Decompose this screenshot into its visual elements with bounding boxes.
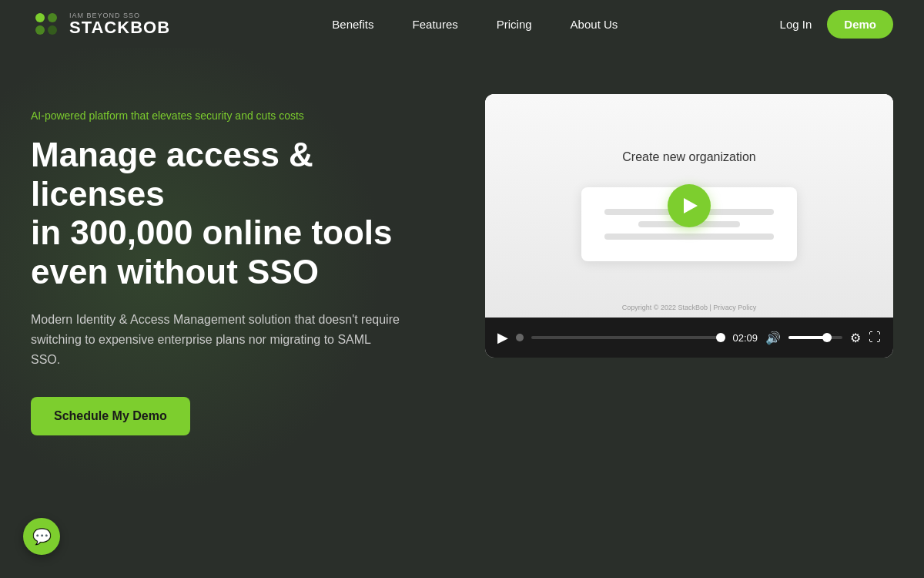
schedule-demo-button[interactable]: Schedule My Demo — [31, 397, 190, 435]
settings-icon[interactable]: ⚙ — [850, 331, 861, 345]
nav-right: Log In Demo — [780, 10, 893, 39]
logo-text: IAM BEYOND SSO STACKBOB — [69, 12, 170, 36]
hero-left: AI-powered platform that elevates securi… — [31, 94, 454, 435]
progress-bar[interactable] — [531, 336, 725, 339]
nav-features[interactable]: Features — [413, 18, 458, 31]
svg-point-0 — [35, 13, 45, 22]
nav-benefits[interactable]: Benefits — [332, 18, 373, 31]
hero-title: Manage access & licensesin 300,000 onlin… — [31, 136, 454, 291]
video-org-text: Create new organization — [622, 150, 755, 164]
hero-description: Modern Identity & Access Management solu… — [31, 310, 400, 369]
video-controls-bar: ▶ 02:09 🔊 ⚙ ⛶ — [485, 318, 893, 358]
volume-thumb — [822, 333, 832, 342]
progress-thumb — [716, 333, 725, 342]
chat-bubble-button[interactable]: 💬 — [23, 518, 60, 555]
svg-point-2 — [35, 25, 45, 35]
logo-icon — [31, 8, 62, 39]
login-button[interactable]: Log In — [780, 18, 812, 31]
video-player: Create new organization Copyright © 2022… — [485, 94, 893, 358]
nav-links: Benefits Features Pricing About Us — [332, 18, 618, 31]
nav-about-us[interactable]: About Us — [571, 18, 618, 31]
video-content: Create new organization Copyright © 2022… — [485, 94, 893, 318]
logo-title: STACKBOB — [69, 19, 170, 36]
video-time: 02:09 — [732, 332, 758, 344]
navbar: IAM BEYOND SSO STACKBOB Benefits Feature… — [0, 0, 924, 48]
video-footer-text: Copyright © 2022 StackBob | Privacy Poli… — [622, 304, 757, 311]
play-button[interactable] — [668, 184, 711, 227]
svg-point-1 — [48, 13, 57, 22]
demo-button[interactable]: Demo — [827, 10, 893, 39]
volume-icon[interactable]: 🔊 — [765, 331, 781, 345]
play-control-icon[interactable]: ▶ — [497, 329, 508, 346]
progress-dot — [516, 334, 524, 341]
volume-bar[interactable] — [788, 336, 842, 339]
svg-point-3 — [48, 25, 57, 35]
hero-section: AI-powered platform that elevates securi… — [0, 48, 924, 466]
hero-tagline: AI-powered platform that elevates securi… — [31, 109, 454, 122]
play-triangle-icon — [684, 198, 698, 213]
chat-icon: 💬 — [32, 527, 52, 546]
nav-pricing[interactable]: Pricing — [497, 18, 532, 31]
field-sim-3 — [604, 234, 774, 240]
fullscreen-icon[interactable]: ⛶ — [869, 331, 881, 344]
logo[interactable]: IAM BEYOND SSO STACKBOB — [31, 8, 170, 39]
